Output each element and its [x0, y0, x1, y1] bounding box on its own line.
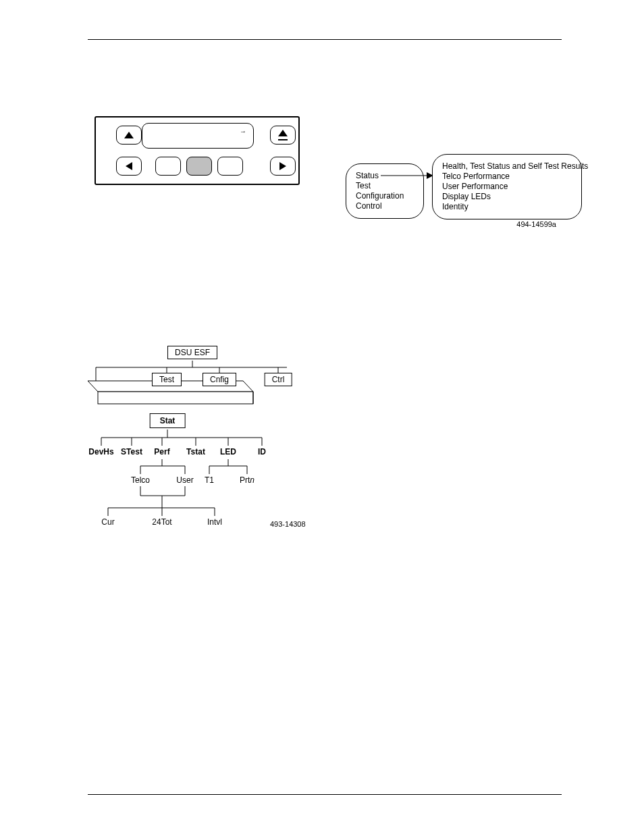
triangle-right-icon — [279, 162, 286, 170]
up-button[interactable] — [116, 126, 142, 145]
node-prtn: Prtn — [240, 475, 254, 485]
menu-item: Test — [356, 181, 414, 191]
detail-item: Display LEDs — [442, 192, 572, 202]
figure-id-right: 494-14599a — [516, 220, 556, 228]
figure-id-tree: 493-14308 — [270, 520, 306, 528]
node-devhs: DevHs — [88, 447, 113, 457]
node-led: LED — [220, 447, 236, 457]
node-telco: Telco — [131, 475, 150, 485]
home-button[interactable] — [270, 126, 296, 145]
right-button[interactable] — [270, 157, 296, 176]
prtn-n: n — [250, 475, 254, 485]
rule-top — [88, 39, 562, 40]
node-intvl: Intvl — [207, 517, 222, 527]
tree-connectors — [88, 332, 311, 546]
node-24tot: 24Tot — [152, 517, 171, 527]
node-stest: STest — [121, 447, 142, 457]
node-root: DSU ESF — [167, 346, 217, 359]
status-details-box: Health, Test Status and Self Test Result… — [432, 154, 582, 219]
node-test: Test — [152, 373, 182, 386]
front-panel-device: → — [95, 116, 300, 185]
lcd-display: → — [142, 123, 254, 149]
menu-item: Configuration — [356, 191, 414, 201]
node-cnfig: Cnfig — [203, 373, 236, 386]
detail-item: Health, Test Status and Self Test Result… — [442, 161, 572, 172]
svg-rect-8 — [98, 392, 253, 404]
detail-item: Telco Performance — [442, 172, 572, 182]
node-perf: Perf — [154, 447, 169, 457]
node-user: User — [176, 475, 193, 485]
triangle-left-icon — [126, 162, 132, 170]
lcd-right-arrow-icon: → — [240, 128, 246, 135]
rule-bottom — [88, 794, 562, 795]
node-tstat: Tstat — [186, 447, 205, 457]
left-button[interactable] — [116, 157, 142, 176]
node-t1: T1 — [205, 475, 214, 485]
node-ctrl: Ctrl — [265, 373, 292, 386]
soft-key-2[interactable] — [186, 157, 212, 176]
node-cur: Cur — [101, 517, 114, 527]
menu-tree-diagram: DSU ESF Test Cnfig Ctrl Stat DevHs STest… — [88, 332, 311, 546]
detail-item: User Performance — [442, 182, 572, 192]
node-id: ID — [258, 447, 266, 457]
triangle-up-bar-icon — [278, 130, 288, 136]
menu-item: Control — [356, 201, 414, 211]
menu-left-box: Status Test Configuration Control — [346, 163, 424, 219]
triangle-up-icon — [124, 132, 134, 138]
prtn-text: Prt — [240, 475, 250, 485]
detail-item: Identity — [442, 202, 572, 212]
soft-key-1[interactable] — [155, 157, 181, 176]
soft-key-3[interactable] — [217, 157, 243, 176]
node-stat: Stat — [150, 413, 186, 428]
